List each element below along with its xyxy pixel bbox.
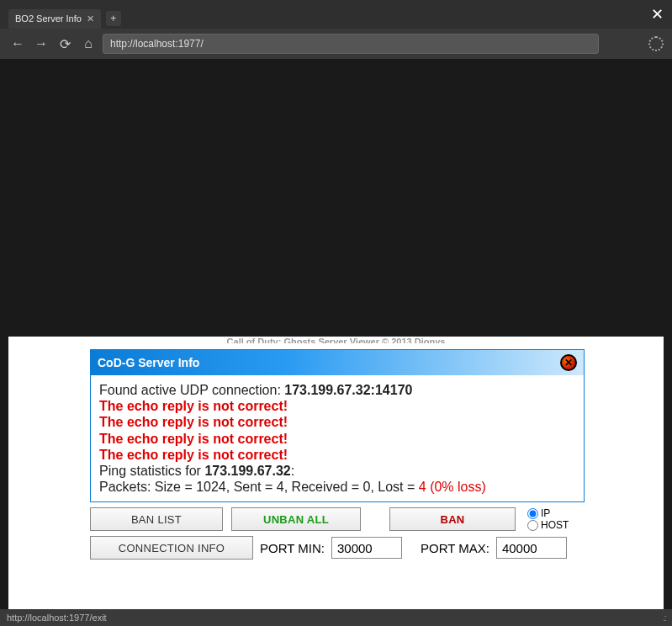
- controls-row-2: CONNECTION INFO PORT MIN: PORT MAX:: [90, 536, 585, 560]
- controls-row-1: BAN LIST UNBAN ALL BAN IP HOST: [90, 507, 585, 531]
- found-prefix: Found active UDP connection:: [99, 383, 284, 397]
- address-bar: ← → ⟳ ⌂: [0, 29, 672, 59]
- packets-lost: 4 (0% loss): [419, 480, 486, 494]
- port-max-input[interactable]: [496, 537, 567, 559]
- radio-host-label: HOST: [541, 519, 569, 531]
- status-bar: http://localhost:1977/exit ..::: [0, 609, 672, 626]
- forward-icon[interactable]: →: [32, 36, 50, 51]
- app-frame: CoD-G Server Info ✕ Found active UDP con…: [84, 343, 590, 565]
- ban-button[interactable]: BAN: [389, 507, 516, 531]
- panel-header: CoD-G Server Info ✕: [91, 350, 584, 375]
- port-max-label: PORT MAX:: [421, 541, 489, 555]
- stats-ip: 173.199.67.32: [204, 464, 290, 478]
- ping-stats-line: Ping statistics for 173.199.67.32:: [99, 463, 575, 479]
- back-icon[interactable]: ←: [8, 36, 27, 51]
- port-min-input[interactable]: [331, 537, 402, 559]
- panel-title: CoD-G Server Info: [98, 356, 199, 369]
- loading-spinner-icon: [648, 36, 664, 51]
- tab-bo2-server-info[interactable]: BO2 Server Info ✕: [8, 9, 101, 29]
- page-content: CoD-G Server Info ✕ Found active UDP con…: [8, 337, 664, 626]
- window-close-icon[interactable]: ✕: [651, 5, 664, 24]
- home-icon[interactable]: ⌂: [79, 36, 98, 51]
- panel-close-button[interactable]: ✕: [560, 354, 577, 371]
- server-info-panel: CoD-G Server Info ✕ Found active UDP con…: [90, 349, 585, 502]
- ban-list-button[interactable]: BAN LIST: [90, 507, 223, 531]
- radio-group: IP HOST: [527, 507, 569, 531]
- error-line-1: The echo reply is not correct!: [99, 398, 575, 414]
- unban-all-button[interactable]: UNBAN ALL: [231, 507, 361, 531]
- radio-ip-input[interactable]: [527, 508, 538, 519]
- url-input[interactable]: [103, 34, 599, 54]
- packets-line: Packets: Size = 1024, Sent = 4, Received…: [99, 479, 575, 495]
- port-min-label: PORT MIN:: [260, 541, 325, 555]
- panel-body: Found active UDP connection: 173.199.67.…: [91, 375, 584, 501]
- error-line-2: The echo reply is not correct!: [99, 414, 575, 430]
- tab-bar: BO2 Server Info ✕ +: [0, 0, 672, 29]
- connection-info-button[interactable]: CONNECTION INFO: [90, 536, 253, 560]
- packets-prefix: Packets: Size = 1024, Sent = 4, Received…: [99, 480, 419, 494]
- new-tab-button[interactable]: +: [106, 11, 121, 26]
- radio-ip-label: IP: [541, 507, 550, 519]
- found-ip: 173.199.67.32:14170: [284, 383, 412, 397]
- connection-line: Found active UDP connection: 173.199.67.…: [99, 382, 575, 398]
- status-text: http://localhost:1977/exit: [7, 613, 107, 623]
- radio-ip[interactable]: IP: [527, 507, 569, 519]
- resize-grip-icon[interactable]: ..::: [663, 613, 665, 623]
- error-line-4: The echo reply is not correct!: [99, 447, 575, 463]
- error-line-3: The echo reply is not correct!: [99, 431, 575, 447]
- tab-title: BO2 Server Info: [15, 13, 82, 24]
- reload-icon[interactable]: ⟳: [56, 36, 74, 52]
- stats-prefix: Ping statistics for: [99, 464, 204, 478]
- radio-host[interactable]: HOST: [527, 519, 569, 531]
- radio-host-input[interactable]: [527, 520, 538, 531]
- tab-close-icon[interactable]: ✕: [87, 13, 94, 24]
